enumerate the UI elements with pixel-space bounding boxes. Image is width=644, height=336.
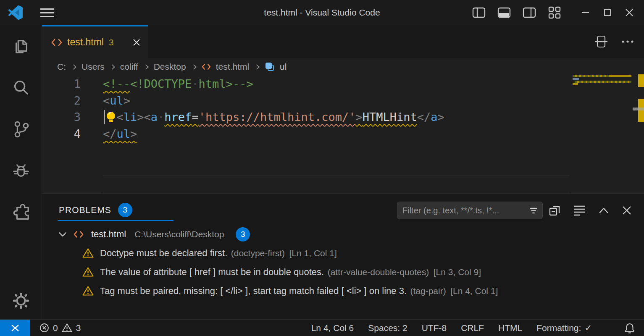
current-line-highlight — [103, 176, 569, 192]
eol-setting[interactable]: CRLF — [461, 323, 484, 333]
toggle-secondary-sidebar-icon[interactable] — [522, 6, 536, 19]
html-file-icon — [51, 38, 62, 47]
language-mode[interactable]: HTML — [498, 323, 522, 333]
collapse-all-icon[interactable] — [547, 204, 562, 217]
breadcrumb-symbol[interactable]: ul — [280, 62, 287, 72]
filter-icon[interactable] — [529, 206, 538, 215]
problem-message: The value of attribute [ href ] must be … — [100, 267, 324, 277]
settings-gear-icon[interactable] — [11, 291, 31, 311]
workbench: test.html 3 C: Users coliff Desktop test… — [42, 25, 644, 319]
more-actions-icon[interactable] — [621, 39, 634, 44]
split-editor-icon[interactable] — [594, 34, 609, 49]
tab-label: test.html — [67, 37, 104, 48]
tab-problem-count: 3 — [109, 37, 114, 47]
problem-location: [Ln 3, Col 9] — [434, 267, 481, 277]
problem-message: Doctype must be declared first. — [100, 248, 227, 258]
breadcrumb-separator-icon — [254, 64, 260, 70]
view-as-table-icon[interactable] — [573, 205, 586, 216]
editor-tab-bar: test.html 3 — [42, 25, 644, 58]
line-number: 2 — [42, 92, 81, 109]
active-tab-underline — [58, 220, 173, 221]
warning-icon — [82, 267, 94, 277]
minimap[interactable] — [571, 74, 644, 196]
status-problems-summary[interactable]: 0 3 — [39, 323, 81, 333]
breadcrumb-separator-icon — [191, 64, 197, 70]
breadcrumb-users[interactable]: Users — [81, 62, 105, 72]
formatting-status[interactable]: Formatting:✓ — [536, 323, 592, 333]
indentation-setting[interactable]: Spaces: 2 — [368, 323, 407, 333]
line-number: 3 — [42, 109, 81, 126]
toggle-panel-icon[interactable] — [497, 6, 511, 19]
overview-ruler-cursor[interactable] — [633, 108, 644, 110]
problems-file-group[interactable]: test.html C:\Users\coliff\Desktop 3 — [42, 225, 644, 244]
breadcrumb-file[interactable]: test.html — [216, 62, 249, 72]
extensions-icon[interactable] — [11, 202, 31, 222]
breadcrumb: C: Users coliff Desktop test.html ul — [42, 58, 644, 76]
tab-close-icon[interactable] — [132, 38, 141, 47]
source-control-icon[interactable] — [11, 119, 31, 139]
remote-icon — [10, 323, 21, 333]
overview-ruler-warning — [638, 74, 644, 87]
vscode-logo-icon — [8, 5, 23, 20]
problem-source: (tag-pair) — [410, 286, 446, 296]
error-count: 0 — [53, 323, 58, 333]
run-debug-icon[interactable] — [11, 160, 31, 181]
lightbulb-icon[interactable] — [105, 111, 116, 124]
problem-location: [Ln 1, Col 1] — [289, 248, 337, 258]
tab-problems[interactable]: PROBLEMS 3 — [59, 203, 132, 217]
close-window-button[interactable] — [622, 5, 636, 20]
tab-test-html[interactable]: test.html 3 — [42, 25, 148, 58]
html-file-icon — [74, 230, 84, 239]
file-problems-badge: 3 — [236, 227, 250, 242]
check-icon: ✓ — [584, 323, 592, 333]
warning-count: 3 — [76, 323, 81, 333]
warning-icon — [82, 248, 94, 258]
title-bar: test.html - Visual Studio Code — [0, 0, 644, 25]
search-icon[interactable] — [11, 78, 31, 98]
line-number: 4 — [42, 126, 81, 142]
whitespace-dot: · — [158, 110, 164, 123]
notifications-bell-icon[interactable] — [625, 323, 635, 333]
problem-source: (attr-value-double-quotes) — [328, 267, 429, 277]
code-editor[interactable]: 1<!--<!DOCTYPE·html>--> 2<ul> 3 <li><a·h… — [42, 76, 644, 193]
breadcrumb-drive[interactable]: C: — [57, 62, 66, 72]
encoding-setting[interactable]: UTF-8 — [422, 323, 447, 333]
problem-message: Tag must be paired, missing: [ </li> ], … — [100, 286, 407, 296]
breadcrumb-coliff[interactable]: coliff — [120, 62, 138, 72]
customize-layout-icon[interactable] — [547, 6, 562, 19]
breadcrumb-separator-icon — [110, 64, 115, 70]
remote-indicator[interactable] — [0, 320, 30, 336]
error-icon — [39, 323, 49, 333]
code-line-4: 4</ul> — [42, 126, 644, 142]
maximize-button[interactable] — [600, 5, 615, 20]
breadcrumb-desktop[interactable]: Desktop — [154, 62, 186, 72]
cursor-position[interactable]: Ln 4, Col 6 — [311, 323, 354, 333]
problems-tab-label: PROBLEMS — [59, 205, 111, 215]
filter-input[interactable] — [397, 206, 529, 215]
problems-file-name: test.html — [91, 229, 126, 240]
explorer-icon[interactable] — [11, 37, 31, 57]
problems-count-badge: 3 — [118, 203, 132, 217]
breadcrumb-separator-icon — [71, 64, 76, 70]
problem-location: [Ln 4, Col 1] — [450, 286, 498, 296]
problems-panel: PROBLEMS 3 test.html C:\Users\coliff\Des… — [42, 193, 644, 319]
problem-row-2[interactable]: The value of attribute [ href ] must be … — [42, 262, 644, 281]
status-bar: 0 3 Ln 4, Col 6 Spaces: 2 UTF-8 CRLF HTM… — [0, 319, 644, 336]
maximize-panel-icon[interactable] — [598, 206, 610, 215]
warning-icon — [62, 323, 72, 333]
menu-hamburger-button[interactable] — [40, 8, 54, 17]
close-panel-icon[interactable] — [621, 205, 632, 216]
problems-file-path: C:\Users\coliff\Desktop — [134, 229, 224, 239]
problems-filter — [397, 202, 543, 219]
minimize-button[interactable] — [578, 5, 593, 20]
problem-row-3[interactable]: Tag must be paired, missing: [ </li> ], … — [42, 281, 644, 300]
chevron-down-icon — [58, 230, 68, 239]
whitespace-dot: · — [192, 77, 198, 90]
breadcrumb-separator-icon — [143, 64, 149, 70]
problem-row-1[interactable]: Doctype must be declared first. (doctype… — [42, 244, 644, 262]
warning-icon — [82, 286, 94, 296]
symbol-ul-icon — [265, 62, 275, 72]
text-cursor — [104, 110, 105, 124]
problems-tree: test.html C:\Users\coliff\Desktop 3 Doct… — [42, 225, 644, 300]
toggle-primary-sidebar-icon[interactable] — [472, 6, 486, 19]
